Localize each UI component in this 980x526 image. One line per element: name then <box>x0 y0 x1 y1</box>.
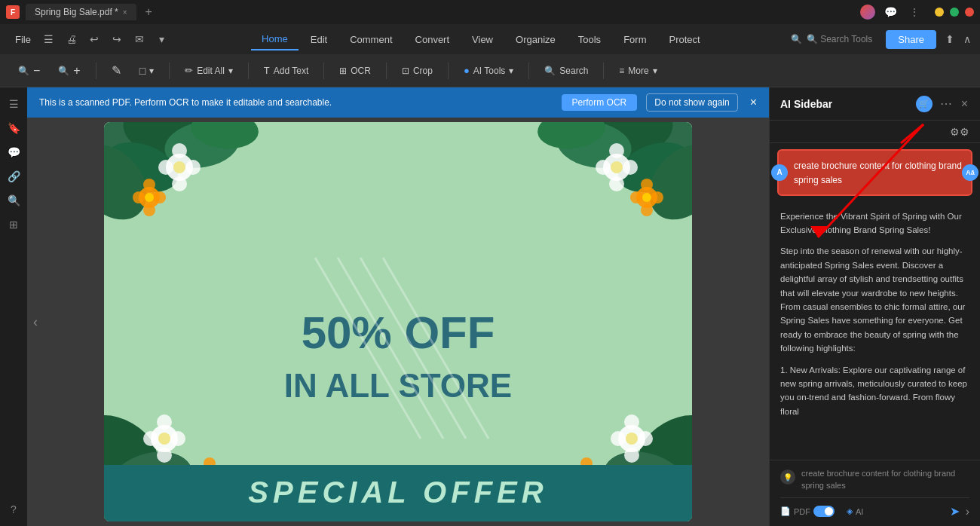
svg-point-13 <box>104 402 168 490</box>
svg-point-16 <box>104 459 157 521</box>
maximize-button[interactable] <box>950 8 959 17</box>
edit-all-label: Edit All <box>197 66 225 76</box>
ai-more-icon[interactable]: ⋯ <box>939 95 954 112</box>
more-options-icon[interactable]: ⋮ <box>906 5 923 20</box>
pdf-toggle[interactable] <box>813 506 835 517</box>
tab-close-icon[interactable]: × <box>123 8 127 17</box>
zoom-out-button[interactable]: 🔍 − <box>12 61 46 81</box>
pdf-icon: 📄 <box>780 506 791 516</box>
minimize-button[interactable] <box>935 8 944 17</box>
svg-point-32 <box>133 191 145 203</box>
tab-comment[interactable]: Comment <box>339 29 403 50</box>
ai-tools-icon: ● <box>464 65 470 76</box>
more-tools-icon: ≡ <box>619 66 624 76</box>
ai-response-para2: Step into the season of renewal with our… <box>780 244 969 355</box>
pdf-toggle-item: 📄 PDF <box>780 506 835 517</box>
shapes-button[interactable]: □ ▾ <box>133 62 160 80</box>
ai-settings-icon[interactable]: ⚙⚙ <box>950 126 969 138</box>
tab-form[interactable]: Form <box>613 29 657 50</box>
more-tools-button[interactable]: ≡ More ▾ <box>613 63 663 79</box>
crop-label: Crop <box>413 66 433 76</box>
ai-tools-label: AI Tools <box>473 66 505 76</box>
svg-point-33 <box>154 191 166 203</box>
pdf-tab[interactable]: Spring Big Sale.pdf * × <box>26 4 136 20</box>
svg-point-65 <box>576 466 597 487</box>
add-text-button[interactable]: T Add Text <box>258 62 314 79</box>
perform-ocr-button[interactable]: Perform OCR <box>562 94 638 111</box>
toolbar-separator-7 <box>528 63 529 79</box>
redo-button[interactable]: ↪ <box>106 29 127 50</box>
add-text-label: Add Text <box>274 66 308 76</box>
zoom-in-button[interactable]: 🔍 + <box>52 61 86 81</box>
ai-close-icon[interactable]: × <box>960 96 969 112</box>
svg-point-22 <box>544 492 614 521</box>
ocr-button[interactable]: ⊞ OCR <box>333 63 377 79</box>
search-button[interactable]: 🔍 Search <box>538 63 594 79</box>
tab-organize[interactable]: Organize <box>505 29 566 50</box>
pdf-label: PDF <box>794 507 810 516</box>
file-menu[interactable]: File <box>9 31 37 48</box>
svg-point-47 <box>151 425 178 452</box>
highlight-button[interactable]: ✎ <box>106 60 127 81</box>
user-avatar[interactable] <box>860 5 875 20</box>
chat-icon[interactable]: 💬 <box>881 5 900 20</box>
pdf-viewer: This is a scanned PDF. Perform OCR to ma… <box>27 87 769 526</box>
svg-point-43 <box>641 204 653 216</box>
svg-point-61 <box>624 448 639 463</box>
close-button[interactable] <box>965 8 974 17</box>
ai-icon-left: A <box>771 164 788 181</box>
toolbar-separator-2 <box>169 63 170 79</box>
email-button[interactable]: ✉ <box>129 29 150 50</box>
svg-point-36 <box>609 143 624 158</box>
translate-icon[interactable]: Aā <box>962 164 978 181</box>
sidebar-item-layers[interactable]: ⊞ <box>3 214 24 235</box>
ai-tools-dropdown: ▾ <box>509 66 513 76</box>
tab-protect[interactable]: Protect <box>658 29 710 50</box>
sidebar-item-home[interactable]: ☰ <box>3 93 24 115</box>
ai-response-area[interactable]: Experience the Vibrant Spirit of Spring … <box>770 202 980 460</box>
svg-point-14 <box>104 440 202 521</box>
svg-point-49 <box>157 448 172 463</box>
collapse-icon[interactable]: ∧ <box>963 33 971 45</box>
ai-tools-button[interactable]: ● AI Tools ▾ <box>458 62 519 79</box>
toolbar-separator-5 <box>386 63 387 79</box>
upload-icon[interactable]: ⬆ <box>942 30 957 48</box>
navigate-next-button[interactable]: › <box>966 505 969 518</box>
tab-edit[interactable]: Edit <box>300 29 338 50</box>
share-button[interactable]: Share <box>886 30 936 49</box>
sidebar-item-help[interactable]: ? <box>3 499 24 520</box>
prev-page-button[interactable]: ‹ <box>33 314 38 330</box>
toolbar-separator-6 <box>448 63 449 79</box>
previous-prompt-bubble: 💡 create brochure content for clothing b… <box>780 468 969 491</box>
svg-point-57 <box>214 470 226 482</box>
tab-home[interactable]: Home <box>251 29 299 50</box>
tab-view[interactable]: View <box>461 29 504 50</box>
svg-point-52 <box>158 433 170 445</box>
edit-all-dropdown: ▾ <box>228 66 233 76</box>
crop-button[interactable]: ⊡ Crop <box>396 63 439 79</box>
sidebar-item-comments[interactable]: 💬 <box>3 142 24 163</box>
send-button[interactable]: ➤ <box>950 504 960 518</box>
toolbar-separator-4 <box>323 63 324 79</box>
ai-cart-icon[interactable]: 🛒 <box>916 96 933 112</box>
ai-sidebar-bottom: 💡 create brochure content for clothing b… <box>770 460 980 526</box>
save-button[interactable]: ☰ <box>38 29 60 50</box>
edit-all-button[interactable]: ✏ Edit All ▾ <box>179 62 239 79</box>
search-tools-button[interactable]: 🔍 🔍 Search Tools <box>783 31 880 47</box>
more-nav-button[interactable]: ▾ <box>152 29 173 50</box>
svg-point-50 <box>143 431 158 446</box>
svg-text:50% OFF: 50% OFF <box>302 307 495 358</box>
dismiss-ocr-button[interactable]: Do not show again <box>646 93 737 112</box>
print-button[interactable]: 🖨 <box>61 29 82 50</box>
svg-line-75 <box>360 258 466 439</box>
tab-convert[interactable]: Convert <box>405 29 461 50</box>
add-tab-button[interactable]: + <box>145 5 152 19</box>
tab-tools[interactable]: Tools <box>568 29 611 50</box>
svg-point-5 <box>104 131 161 234</box>
sidebar-item-search[interactable]: 🔍 <box>3 190 24 211</box>
close-ocr-banner-button[interactable]: × <box>750 96 757 109</box>
sidebar-item-links[interactable]: 🔗 <box>3 166 24 187</box>
svg-point-3 <box>161 122 243 173</box>
undo-button[interactable]: ↩ <box>84 29 105 50</box>
sidebar-item-bookmarks[interactable]: 🔖 <box>3 118 24 139</box>
